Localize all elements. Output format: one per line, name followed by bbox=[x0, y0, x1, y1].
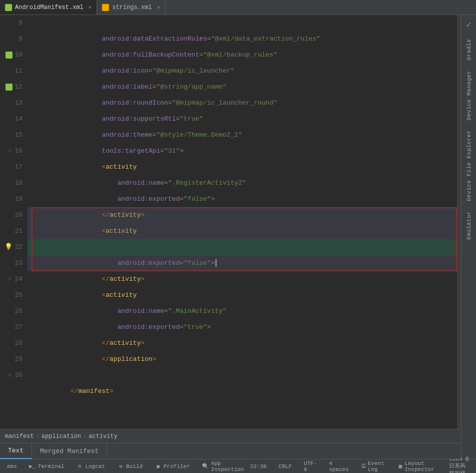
status-profiler[interactable]: ◉ Profiler bbox=[152, 463, 193, 470]
status-encoding[interactable]: UTF-8 bbox=[301, 460, 320, 472]
line-num-13: 13 bbox=[0, 95, 28, 111]
status-items[interactable]: ems bbox=[4, 463, 20, 469]
breadcrumb-manifest[interactable]: manifest bbox=[5, 433, 34, 440]
status-build-label: Build bbox=[126, 463, 142, 469]
lightbulb-icon-22[interactable]: 💡 bbox=[4, 239, 12, 255]
tab-strings[interactable]: strings.xml ✕ bbox=[97, 0, 166, 15]
tab-bar: AndroidManifest.xml ✕ strings.xml ✕ bbox=[0, 0, 476, 15]
line-num-9: 9 bbox=[0, 31, 28, 47]
status-terminal-label: Terminal bbox=[38, 463, 64, 469]
code-line-11: android:label="@string/app_name" bbox=[28, 63, 457, 79]
status-logcat-label: Logcat bbox=[86, 463, 106, 469]
logcat-icon: ≡ bbox=[76, 463, 84, 470]
code-line-13: android:supportsRtl="true" bbox=[28, 95, 457, 111]
line-num-18: 18 bbox=[0, 175, 28, 191]
line-num-8: 8 bbox=[0, 15, 28, 31]
sidebar-emulator[interactable]: Emulator bbox=[464, 206, 474, 245]
code-line-21: android:name=".LoginActivity" bbox=[28, 223, 457, 239]
code-line-30: </manifest> bbox=[28, 367, 457, 383]
status-position[interactable]: 22:38 bbox=[247, 463, 270, 469]
terminal-icon: ▶_ bbox=[29, 463, 36, 470]
line-num-16: ▽ 16 bbox=[0, 143, 28, 159]
tab-merged-manifest[interactable]: Merged Manifest bbox=[32, 443, 107, 459]
android-gutter-icon-10 bbox=[6, 52, 12, 59]
status-profiler-label: Profiler bbox=[164, 463, 190, 469]
line-num-30: ▽ 30 bbox=[0, 367, 28, 383]
code-line-24: <activity bbox=[28, 271, 457, 287]
line-num-15: 15 bbox=[0, 127, 28, 143]
code-line-19: </activity> bbox=[28, 191, 457, 207]
status-terminal[interactable]: ▶_ Terminal bbox=[26, 463, 68, 470]
code-line-18: android:exported="false"> bbox=[28, 175, 457, 191]
sidebar-device-file-explorer[interactable]: Device File Explorer bbox=[464, 125, 474, 206]
code-line-22: android:exported="false"> bbox=[28, 239, 457, 255]
status-line-ending[interactable]: CRLF bbox=[276, 463, 294, 469]
profiler-icon: ◉ bbox=[154, 463, 162, 470]
fold-arrow-30[interactable]: ▽ bbox=[6, 372, 12, 378]
tab-text-label: Text bbox=[8, 447, 24, 454]
line-num-20: 20 bbox=[0, 207, 28, 223]
code-editor[interactable]: 8 9 10 11 12 13 14 15 ▽ 16 17 bbox=[0, 15, 461, 459]
right-sidebar: ✓ Gradle Device Manager Device File Expl… bbox=[461, 15, 476, 459]
code-line-20: <activity bbox=[28, 207, 457, 223]
status-layout-inspector[interactable]: ▦ Layout Inspector bbox=[396, 460, 440, 472]
status-app-inspection-label: App Inspection bbox=[211, 460, 244, 472]
main-area: 8 9 10 11 12 13 14 15 ▽ 16 17 bbox=[0, 15, 476, 459]
layout-inspector-icon: ▦ bbox=[398, 463, 403, 470]
status-position-label: 22:38 bbox=[250, 463, 266, 469]
code-line-23: </activity> bbox=[28, 255, 457, 271]
line-num-19: 19 bbox=[0, 191, 28, 207]
sidebar-device-manager[interactable]: Device Manager bbox=[464, 66, 474, 125]
tab-strings-close[interactable]: ✕ bbox=[157, 4, 160, 11]
tab-text[interactable]: Text bbox=[0, 443, 32, 459]
line-num-29: 29 bbox=[0, 351, 28, 367]
line-num-25: 25 bbox=[0, 287, 28, 303]
line-num-17: 17 bbox=[0, 159, 28, 175]
code-line-8: android:dataExtractionRules="@xml/data_e… bbox=[28, 15, 457, 31]
code-line-27: </activity> bbox=[28, 319, 457, 335]
line-num-12: 12 bbox=[0, 79, 28, 95]
tab-androidmanifest-close[interactable]: ✕ bbox=[88, 4, 92, 11]
tab-merged-manifest-label: Merged Manifest bbox=[40, 447, 98, 455]
tab-strings-label: strings.xml bbox=[112, 4, 152, 11]
code-line-9: android:fullBackupContent="@xml/backup_r… bbox=[28, 31, 457, 47]
app-inspection-icon: 🔍 bbox=[202, 463, 209, 470]
breadcrumb-application[interactable]: application bbox=[42, 433, 81, 440]
status-event-log-label: Event Log bbox=[368, 460, 386, 472]
status-indent[interactable]: 4 spaces bbox=[326, 460, 352, 472]
code-line-12: android:roundIcon="@mipmap/ic_launcher_r… bbox=[28, 79, 457, 95]
sidebar-gradle[interactable]: Gradle bbox=[464, 34, 474, 66]
tab-androidmanifest[interactable]: AndroidManifest.xml ✕ bbox=[0, 0, 97, 15]
fold-arrow-24[interactable]: ▽ bbox=[6, 276, 12, 282]
status-build[interactable]: ⚒ Build bbox=[114, 463, 146, 470]
code-line-14: android:theme="@style/Theme.Demo2_1" bbox=[28, 111, 457, 127]
line-num-26: 26 bbox=[0, 303, 28, 319]
breadcrumb: manifest › application › activity bbox=[0, 429, 461, 443]
line-num-24: ▽ 24 bbox=[0, 271, 28, 287]
code-line-25: android:name=".MainActivity" bbox=[28, 287, 457, 303]
breadcrumb-activity[interactable]: activity bbox=[88, 433, 118, 440]
status-items-label: ems bbox=[7, 463, 17, 469]
status-event-log[interactable]: ☰ Event Log bbox=[358, 460, 390, 472]
fold-arrow-16[interactable]: ▽ bbox=[6, 148, 12, 154]
code-line-15: tools:targetApi="31"> bbox=[28, 127, 457, 143]
status-layout-inspector-label: Layout Inspector bbox=[404, 460, 437, 472]
editor-scrollbar[interactable] bbox=[457, 15, 461, 429]
line-num-14: 14 bbox=[0, 111, 28, 127]
status-app-inspection[interactable]: 🔍 App Inspection bbox=[199, 460, 247, 472]
code-content: 8 9 10 11 12 13 14 15 ▽ 16 17 bbox=[0, 15, 461, 429]
android-gutter-icon-12 bbox=[6, 84, 12, 91]
code-lines[interactable]: android:dataExtractionRules="@xml/data_e… bbox=[28, 15, 457, 429]
status-logcat[interactable]: ≡ Logcat bbox=[74, 463, 108, 470]
xml-file-icon bbox=[102, 4, 109, 11]
line-num-28: 28 bbox=[0, 335, 28, 351]
line-gutter: 8 9 10 11 12 13 14 15 ▽ 16 17 bbox=[0, 15, 28, 429]
line-num-11: 11 bbox=[0, 63, 28, 79]
status-line-ending-label: CRLF bbox=[278, 463, 292, 469]
bottom-tabs: Text Merged Manifest bbox=[0, 443, 461, 459]
code-line-17: android:name=".RegisterActivity2" bbox=[28, 159, 457, 175]
code-line-29 bbox=[28, 351, 457, 367]
event-log-icon: ☰ bbox=[361, 463, 366, 470]
status-bar-left: ems ▶_ Terminal ≡ Logcat ⚒ Build ◉ Profi… bbox=[4, 460, 247, 472]
status-indent-label: 4 spaces bbox=[329, 460, 349, 472]
